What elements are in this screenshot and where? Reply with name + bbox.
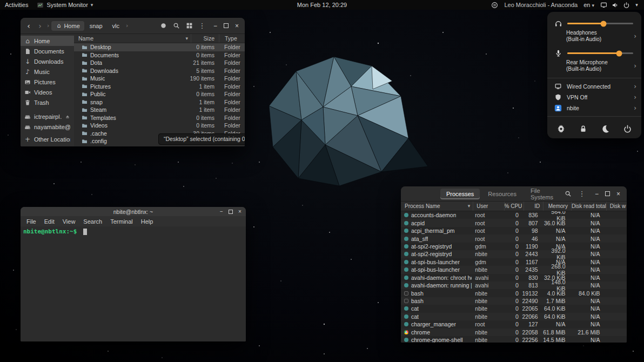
night-light-button[interactable] [601,124,610,133]
process-row-charger-manager[interactable]: charger_managerroot0127N/AN/A [401,320,627,328]
file-row-dota[interactable]: Dota21 itemsFolder [74,59,245,67]
file-row-videos[interactable]: Videos0 itemsFolder [74,122,245,130]
file-row-snap[interactable]: snap1 itemFolder [74,98,245,106]
process-row-at-spi2-registryd[interactable]: at-spi2-registrydgdm01190N/AN/A [401,243,627,250]
slider-knob[interactable] [616,50,622,56]
file-row-downloads[interactable]: Downloads5 itemsFolder [74,67,245,75]
sidebar-item-videos[interactable]: Videos [21,87,74,97]
process-row-ata-sff[interactable]: ata_sffroot046N/AN/A [401,234,627,242]
process-column-header-disk-w[interactable]: Disk w [606,202,627,211]
process-row-at-spi-bus-launcher[interactable]: at-spi-bus-launchernbite02435268.0 KiBN/… [401,266,627,273]
settings-button[interactable] [556,124,566,133]
grid-view-button[interactable] [184,21,194,31]
sidebar-item-home[interactable]: ⌂Home [21,36,74,46]
process-row-bash[interactable]: bashnbite0191324.0 KiB84.0 KiB [401,289,627,297]
keyboard-layout-indicator[interactable]: en ▾ [583,2,594,8]
process-column-header-cpu[interactable]: % CPU [504,202,524,211]
kebab-menu-button[interactable]: ⋮ [576,189,587,199]
process-row-at-spi-bus-launcher[interactable]: at-spi-bus-launchergdm01167N/AN/A [401,258,627,266]
files-maximize-button[interactable] [222,21,231,30]
tab-processes[interactable]: Processes [440,189,480,199]
file-row-steam[interactable]: Steam1 itemFolder [74,106,245,114]
power-button[interactable] [623,124,632,133]
tray-utility-icon[interactable] [491,2,498,9]
app-menu-button[interactable]: System Monitor ▾ [37,2,93,9]
path-segment-snap[interactable]: snap [85,21,107,31]
device-label-row-rear-microphone[interactable]: Rear Microphone(Built-in Audio)› [547,57,641,75]
files-close-button[interactable]: × [232,21,242,30]
terminal-close-button[interactable]: × [236,208,244,216]
system-monitor-close-button[interactable]: × [614,189,623,198]
process-row-cat[interactable]: catnbite02206664.0 KiBN/A [401,313,627,320]
terminal-menu-search[interactable]: Search [83,218,102,225]
process-row-bash[interactable]: bashnbite0224901.7 MiBN/A [401,297,627,305]
media-title[interactable]: Leo Moracchioli - Anaconda [504,2,578,8]
eject-button[interactable] [65,114,70,119]
terminal-titlebar[interactable]: nbite@nbtlnx: ~ −× [21,207,246,216]
forward-button[interactable]: › [35,21,45,31]
process-row-avahi-daemon-running-nbtlnx-lo[interactable]: avahi-daemon: running [nbtlnx.loavahi081… [401,281,627,289]
tab-resources[interactable]: Resources [482,189,522,199]
operations-circle-button[interactable] [158,21,169,31]
terminal-menu-terminal[interactable]: Terminal [110,218,133,225]
sidebar-item-trash[interactable]: Trash [21,97,74,108]
column-header-size[interactable]: Size [191,34,219,43]
sidebar-item-pictures[interactable]: Pictures [21,77,74,87]
sidebar-item-music[interactable]: ♪Music [21,66,74,77]
sidebar-item-other-locations[interactable]: +Other Locations [21,134,74,144]
lock-button[interactable] [579,124,588,133]
search-button[interactable] [562,189,573,199]
system-monitor-maximize-button[interactable] [603,189,612,198]
menu-item-vpn-off[interactable]: VPN Off› [547,92,641,103]
path-segment-home[interactable]: ⌂Home [51,21,84,31]
process-column-header-id[interactable]: ID [524,202,543,211]
column-header-name[interactable]: Name ▾ [74,34,191,43]
system-monitor-minimize-button[interactable]: − [592,189,601,198]
tab-file-systems[interactable]: File Systems [525,186,562,203]
process-row-accounts-daemon[interactable]: accounts-daemonroot0836564.0 KiBN/A [401,211,627,219]
menu-item-wired-connected[interactable]: Wired Connected› [547,81,641,92]
activities-button[interactable]: Activities [5,2,28,8]
process-row-avahi-daemon-chroot-helper[interactable]: avahi-daemon: chroot helperavahi083032.0… [401,274,627,281]
files-minimize-button[interactable]: − [211,21,220,30]
sidebar-item-nayamabite[interactable]: nayamabite@… [21,122,74,132]
terminal-menu-view[interactable]: View [63,218,76,225]
terminal-maximize-button[interactable] [227,208,234,216]
slider-knob[interactable] [601,21,607,26]
process-row-acpi-thermal-pm[interactable]: acpi_thermal_pmroot098N/AN/A [401,227,627,234]
terminal-screen[interactable]: nbite@nbtlnx:~$ [21,226,246,341]
terminal-menu-edit[interactable]: Edit [44,218,55,225]
back-button[interactable]: ‹ [24,21,33,31]
process-column-header-disk-read-total[interactable]: Disk read total [571,202,606,211]
terminal-menu-help[interactable]: Help [141,218,153,225]
process-row-chrome-gnome-shell[interactable]: chrome-gnome-shellnbite02225614.5 MiBN/A [401,336,627,343]
process-row-acpid[interactable]: acpidroot080736.0 KiBN/A [401,219,627,226]
process-row-chrome[interactable]: chromenbite02205861.8 MiB21.6 MiB [401,329,627,336]
headphones-slider[interactable] [567,23,633,24]
file-row-music[interactable]: Music190 itemsFolder [74,75,245,83]
file-row-pictures[interactable]: Pictures1 itemFolder [74,83,245,91]
file-row-documents[interactable]: Documents0 itemsFolder [74,51,245,59]
terminal-minimize-button[interactable]: − [218,208,225,216]
process-row-at-spi2-registryd[interactable]: at-spi2-registrydnbite02443392.0 KiBN/A [401,250,627,258]
rear-microphone-slider[interactable] [567,52,633,54]
sidebar-item-ictrepairpl[interactable]: ictrepairpl… [21,111,74,122]
sidebar-item-downloads[interactable]: ↓Downloads [21,56,74,66]
sidebar-item-documents[interactable]: Documents [21,46,74,56]
clock[interactable]: Mon Feb 12, 20:29 [297,0,347,10]
path-segment-vlc[interactable]: vlc [108,21,124,31]
system-indicators[interactable]: ▾ [600,2,639,9]
process-row-cat[interactable]: catnbite02206564.0 KiBN/A [401,305,627,312]
process-column-header-memory[interactable]: Memory [543,202,571,211]
process-column-header-process-name[interactable]: Process Name▾ [401,202,473,211]
menu-item-nbite[interactable]: nbite› [547,103,641,113]
kebab-menu-button[interactable]: ⋮ [197,21,207,31]
process-column-header-user[interactable]: User [473,202,504,211]
file-row-public[interactable]: Public0 itemsFolder [74,90,245,98]
search-button[interactable] [171,21,182,31]
column-header-type[interactable]: Type [219,34,245,43]
file-row-desktop[interactable]: Desktop0 itemsFolder [74,43,245,51]
device-label-row-headphones[interactable]: Headphones(Built-in Audio)› [547,28,641,45]
file-row-templates[interactable]: Templates0 itemsFolder [74,114,245,122]
terminal-menu-file[interactable]: File [26,218,36,225]
